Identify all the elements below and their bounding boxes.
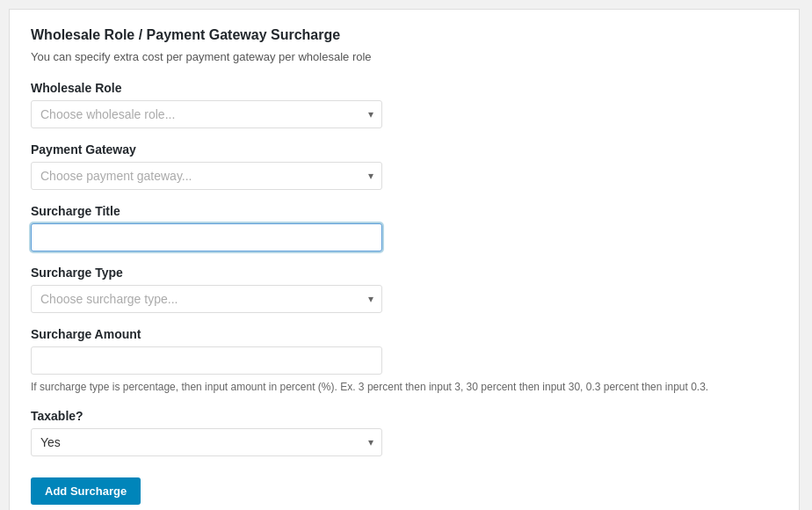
surcharge-title-group: Surcharge Title: [31, 204, 778, 251]
taxable-select-wrapper: Yes No ▾: [31, 428, 382, 456]
surcharge-title-label: Surcharge Title: [31, 204, 778, 218]
page-description: You can specify extra cost per payment g…: [31, 50, 778, 63]
surcharge-title-input[interactable]: [31, 223, 382, 251]
surcharge-type-select-wrapper: Choose surcharge type... ▾: [31, 285, 382, 313]
surcharge-type-group: Surcharge Type Choose surcharge type... …: [31, 266, 778, 313]
surcharge-amount-input[interactable]: [31, 346, 382, 375]
surcharge-type-label: Surcharge Type: [31, 266, 778, 280]
surcharge-amount-group: Surcharge Amount If surcharge type is pe…: [31, 327, 778, 395]
taxable-group: Taxable? Yes No ▾: [31, 409, 778, 456]
wholesale-role-select[interactable]: Choose wholesale role...: [31, 100, 382, 128]
payment-gateway-label: Payment Gateway: [31, 142, 778, 157]
page-title: Wholesale Role / Payment Gateway Surchar…: [31, 27, 778, 43]
wholesale-role-group: Wholesale Role Choose wholesale role... …: [31, 81, 778, 128]
payment-gateway-select[interactable]: Choose payment gateway...: [31, 162, 382, 190]
payment-gateway-group: Payment Gateway Choose payment gateway..…: [31, 142, 778, 190]
taxable-select[interactable]: Yes No: [31, 428, 382, 456]
add-surcharge-button[interactable]: Add Surcharge: [31, 477, 141, 505]
wholesale-role-label: Wholesale Role: [31, 81, 778, 95]
payment-gateway-select-wrapper: Choose payment gateway... ▾: [31, 162, 382, 190]
taxable-label: Taxable?: [31, 409, 778, 423]
main-container: Wholesale Role / Payment Gateway Surchar…: [9, 9, 800, 510]
surcharge-amount-help: If surcharge type is percentage, then in…: [31, 379, 778, 395]
surcharge-amount-label: Surcharge Amount: [31, 327, 778, 341]
surcharge-type-select[interactable]: Choose surcharge type...: [31, 285, 382, 313]
wholesale-role-select-wrapper: Choose wholesale role... ▾: [31, 100, 382, 128]
